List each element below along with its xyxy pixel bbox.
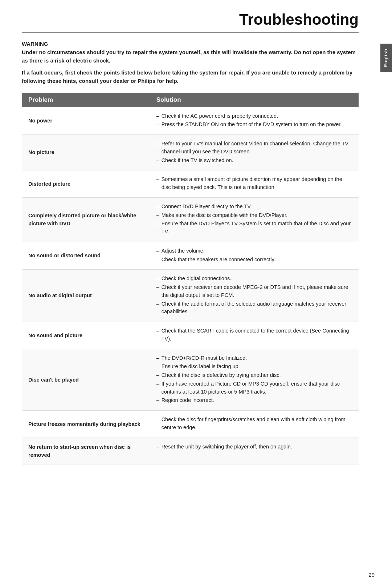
solution-item: Sometimes a small amount of picture dist…	[156, 176, 352, 192]
solution-cell: Connect DVD Player directly to the TV.Ma…	[150, 197, 359, 242]
side-tab: English	[380, 44, 392, 72]
problem-cell: No power	[22, 107, 150, 135]
solution-cell: Reset the unit by switching the player o…	[150, 438, 359, 464]
solution-item: Check if your receiver can decode MPEG-2…	[156, 283, 352, 299]
solution-item: Make sure the disc is compatible with th…	[156, 212, 352, 220]
troubleshooting-table: Problem Solution No powerCheck if the AC…	[22, 93, 359, 465]
solution-item: Region code incorrect.	[156, 396, 352, 404]
problem-cell: Disc can't be played	[22, 349, 150, 411]
table-header-row: Problem Solution	[22, 93, 359, 107]
table-row: No sound and pictureCheck that the SCART…	[22, 322, 359, 349]
solution-item: Connect DVD Player directly to the TV.	[156, 203, 352, 211]
table-row: No return to start-up screen when disc i…	[22, 438, 359, 464]
problem-cell: Completely distorted picture or black/wh…	[22, 197, 150, 242]
page-title: Troubleshooting	[22, 11, 359, 33]
solution-cell: Adjust the volume.Check that the speaker…	[150, 242, 359, 270]
solution-item: Press the STANDBY ON on the front of the…	[156, 121, 352, 129]
col-solution-header: Solution	[150, 93, 359, 107]
problem-cell: No picture	[22, 135, 150, 170]
problem-cell: Picture freezes momentarily during playb…	[22, 411, 150, 438]
warning-text1: Under no circumstances should you try to…	[22, 48, 359, 65]
problem-cell: No sound or distorted sound	[22, 242, 150, 270]
solution-cell: Check if the AC power cord is properly c…	[150, 107, 359, 135]
solution-cell: Sometimes a small amount of picture dist…	[150, 170, 359, 198]
solution-item: Check if the disc is defective by trying…	[156, 371, 352, 379]
solution-item: Check if the AC power cord is properly c…	[156, 112, 352, 120]
solution-cell: Check that the SCART cable is connected …	[150, 322, 359, 349]
solution-cell: Check the disc for fingerprints/scratche…	[150, 411, 359, 438]
warning-label: WARNING	[22, 41, 359, 47]
page-container: English Troubleshooting WARNING Under no…	[0, 0, 392, 588]
col-problem-header: Problem	[22, 93, 150, 107]
table-row: No powerCheck if the AC power cord is pr…	[22, 107, 359, 135]
solution-item: Check the digital connections.	[156, 275, 352, 283]
solution-item: Check the disc for fingerprints/scratche…	[156, 416, 352, 432]
solution-item: Check that the SCART cable is connected …	[156, 327, 352, 343]
table-row: Distorted pictureSometimes a small amoun…	[22, 170, 359, 198]
problem-cell: No sound and picture	[22, 322, 150, 349]
solution-item: Check if the audio format of the selecte…	[156, 300, 352, 316]
solution-cell: Check the digital connections.Check if y…	[150, 270, 359, 322]
table-row: No audio at digital outputCheck the digi…	[22, 270, 359, 322]
solution-item: Check if the TV is switched on.	[156, 157, 352, 165]
table-row: Disc can't be playedThe DVD+R/CD-R must …	[22, 349, 359, 411]
warning-block: WARNING Under no circumstances should yo…	[22, 41, 359, 85]
solution-item: The DVD+R/CD-R must be finalized.	[156, 354, 352, 362]
solution-item: Ensure the disc label is facing up.	[156, 363, 352, 371]
table-row: No pictureRefer to your TV's manual for …	[22, 135, 359, 170]
intro-text: If a fault occurs, first check the point…	[22, 68, 359, 85]
solution-item: Adjust the volume.	[156, 247, 352, 255]
problem-cell: No return to start-up screen when disc i…	[22, 438, 150, 464]
main-content: Troubleshooting WARNING Under no circums…	[0, 0, 380, 486]
problem-cell: No audio at digital output	[22, 270, 150, 322]
table-row: Completely distorted picture or black/wh…	[22, 197, 359, 242]
solution-cell: Refer to your TV's manual for correct Vi…	[150, 135, 359, 170]
solution-cell: The DVD+R/CD-R must be finalized.Ensure …	[150, 349, 359, 411]
solution-item: Ensure that the DVD Player's TV System i…	[156, 220, 352, 236]
problem-cell: Distorted picture	[22, 170, 150, 198]
solution-item: Refer to your TV's manual for correct Vi…	[156, 140, 352, 156]
table-row: No sound or distorted soundAdjust the vo…	[22, 242, 359, 270]
page-number: 29	[368, 572, 375, 578]
solution-item: If you have recorded a Picture CD or MP3…	[156, 380, 352, 396]
solution-item: Check that the speakers are connected co…	[156, 256, 352, 264]
solution-item: Reset the unit by switching the player o…	[156, 443, 352, 451]
table-row: Picture freezes momentarily during playb…	[22, 411, 359, 438]
